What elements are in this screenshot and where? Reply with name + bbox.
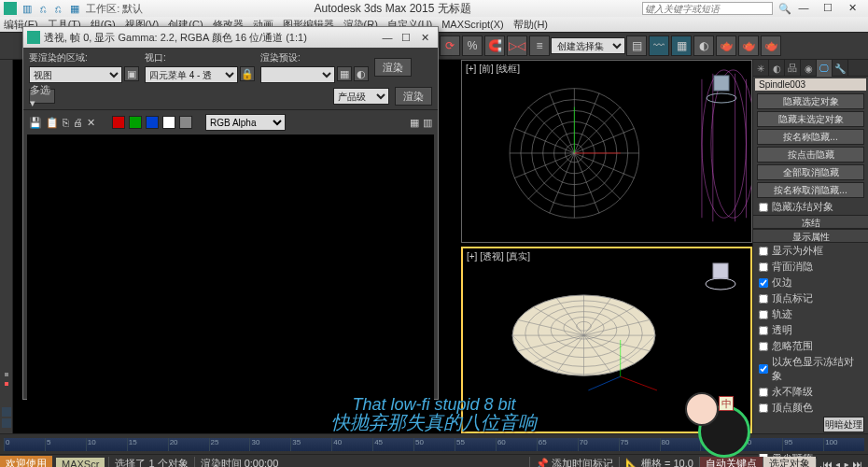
unhide-all-button[interactable]: 全部取消隐藏	[757, 164, 864, 180]
display-prop-checkbox[interactable]: 显示为外框	[753, 243, 868, 259]
viewport-label[interactable]: [+] [透视] [真实]	[467, 250, 530, 263]
mirror-icon[interactable]: ▷◁	[507, 35, 527, 56]
menu-help[interactable]: 帮助(H)	[513, 18, 548, 32]
render-icon[interactable]: 🫖	[761, 35, 781, 56]
display-prop-checkbox[interactable]: 背面消隐	[753, 259, 868, 275]
tab-motion[interactable]: ◉	[801, 60, 817, 77]
avatar-face	[685, 392, 719, 426]
tab-utilities[interactable]: 🔧	[833, 60, 848, 77]
render-window-icon	[27, 31, 40, 44]
selected-filter[interactable]: 选定对象	[763, 457, 816, 467]
environment-icon[interactable]: ◐	[354, 66, 369, 81]
material-editor-icon[interactable]: ◐	[693, 35, 714, 56]
viewcube[interactable]	[705, 68, 742, 106]
minimize-button[interactable]: —	[791, 2, 816, 15]
red-channel-swatch[interactable]	[112, 116, 125, 129]
render-frame-icon[interactable]: 🫖	[738, 35, 759, 56]
left-dot[interactable]	[5, 373, 8, 376]
render-output-view[interactable]	[27, 134, 434, 415]
green-channel-swatch[interactable]	[129, 116, 142, 129]
lock-viewport-icon[interactable]: 🔒	[240, 66, 255, 81]
svg-rect-42	[713, 263, 728, 278]
display-prop-checkbox[interactable]: 顶点颜色	[753, 400, 868, 416]
hide-selected-button[interactable]: 隐藏选定对象	[757, 93, 864, 109]
hide-unselected-button[interactable]: 隐藏未选定对象	[757, 111, 864, 127]
display-prop-checkbox[interactable]: 以灰色显示冻结对象	[753, 354, 868, 384]
app-title: Autodesk 3ds Max 2015 无标题	[143, 1, 642, 17]
curve-editor-icon[interactable]: 〰	[649, 35, 669, 56]
hide-frozen-checkbox[interactable]: 隐藏冻结对象	[753, 199, 868, 215]
tab-create[interactable]: ✳	[753, 60, 769, 77]
render-min-button[interactable]: —	[378, 32, 397, 43]
snap-angle-icon[interactable]: ⟳	[440, 35, 460, 56]
close-button[interactable]: ✕	[840, 2, 864, 15]
unhide-by-name-button[interactable]: 按名称取消隐藏...	[757, 182, 864, 198]
schematic-icon[interactable]: ▦	[671, 35, 692, 56]
maximize-button[interactable]: ☐	[816, 2, 840, 15]
hide-by-hit-button[interactable]: 按点击隐藏	[757, 147, 864, 163]
print-image-icon[interactable]: 🖨	[73, 117, 83, 128]
playback-controls[interactable]: ⏮ ◀ ▶ ⏭	[816, 459, 868, 468]
hide-by-name-button[interactable]: 按名称隐藏...	[757, 129, 864, 145]
blue-channel-swatch[interactable]	[146, 116, 159, 129]
welcome-tag[interactable]: 欢迎使用	[0, 456, 52, 467]
render-setup-icon[interactable]: 🫖	[716, 35, 736, 56]
left-square-icon[interactable]	[2, 407, 11, 417]
workspace-label[interactable]: 工作区: 默认	[86, 2, 143, 16]
render-viewport-select[interactable]: 四元菜单 4 - 透	[145, 66, 238, 83]
mono-channel-swatch[interactable]	[179, 116, 192, 129]
auto-key-button[interactable]: 自动关键点	[699, 457, 763, 467]
left-square-icon[interactable]	[2, 418, 11, 428]
display-prop-checkbox[interactable]: 永不降级	[753, 384, 868, 400]
shaded-button[interactable]: 明暗处理	[823, 417, 864, 432]
tab-display[interactable]: 🖵	[817, 60, 833, 77]
viewcube[interactable]	[704, 256, 741, 293]
ime-indicator[interactable]: 中	[719, 396, 734, 411]
quick-access-icons[interactable]: ▥ ⎌ ⎌ ▦	[22, 3, 82, 15]
alpha-channel-swatch[interactable]	[162, 116, 175, 129]
snap-percent-icon[interactable]: %	[462, 35, 483, 56]
render-area-select[interactable]: 视图	[29, 66, 122, 83]
toggle-ui-icon[interactable]: ▥	[423, 117, 432, 129]
clear-image-icon[interactable]: ✕	[87, 117, 95, 129]
toggle-overlay-icon[interactable]: ▦	[410, 117, 419, 129]
copy-image-icon[interactable]: 📋	[46, 117, 59, 129]
layers-icon[interactable]: ▤	[626, 35, 647, 56]
snap-toggle-icon[interactable]: 🧲	[484, 35, 505, 56]
help-search-input[interactable]	[642, 2, 773, 15]
object-name-field[interactable]: Spindle003	[755, 78, 866, 91]
clone-image-icon[interactable]: ⎘	[63, 117, 69, 128]
render-close-button[interactable]: ✕	[415, 32, 434, 44]
render-viewport-label: 视口:	[145, 51, 255, 64]
render-max-button[interactable]: ☐	[397, 32, 415, 44]
display-props-header[interactable]: 显示属性	[753, 229, 868, 243]
region-icon[interactable]: ▣	[124, 66, 139, 81]
save-image-icon[interactable]: 💾	[29, 117, 42, 129]
render-preset-select[interactable]	[260, 66, 335, 83]
multi-select-dropdown[interactable]: 多选▾	[29, 89, 55, 104]
viewport-front[interactable]: [+] [前] [线框]	[461, 60, 752, 243]
display-prop-checkbox[interactable]: 顶点标记	[753, 290, 868, 306]
left-dot[interactable]	[5, 382, 8, 386]
display-prop-checkbox[interactable]: 透明	[753, 322, 868, 338]
maxscript-button[interactable]: MAXScr	[56, 458, 105, 468]
display-prop-checkbox[interactable]: 仅边	[753, 275, 868, 290]
svg-point-23	[707, 93, 736, 103]
viewport-label[interactable]: [+] [前] [线框]	[466, 63, 520, 76]
add-time-tag[interactable]: 📌 添加时间标记	[529, 457, 619, 467]
production-select[interactable]: 产品级	[333, 88, 389, 105]
freeze-rollout-header[interactable]: 冻结	[753, 215, 868, 229]
align-icon[interactable]: ≡	[529, 35, 550, 56]
menu-maxscript[interactable]: MAXScript(X)	[441, 19, 504, 30]
tab-hierarchy[interactable]: 品	[785, 60, 801, 77]
tab-modify[interactable]: ◐	[769, 60, 785, 77]
render-button[interactable]: 渲染	[374, 58, 412, 77]
named-selection-set[interactable]: 创建选择集	[551, 37, 625, 54]
render-setup-icon[interactable]: ▦	[337, 66, 352, 81]
help-icon[interactable]: 🔍	[778, 3, 791, 15]
display-prop-checkbox[interactable]: 忽略范围	[753, 338, 868, 354]
channel-select[interactable]: RGB Alpha	[205, 114, 286, 131]
render-button-2[interactable]: 渲染	[395, 87, 432, 106]
render-window-titlebar[interactable]: 透视, 帧 0, 显示 Gamma: 2.2, RGBA 颜色 16 位/通道 …	[23, 27, 438, 48]
display-prop-checkbox[interactable]: 轨迹	[753, 306, 868, 322]
